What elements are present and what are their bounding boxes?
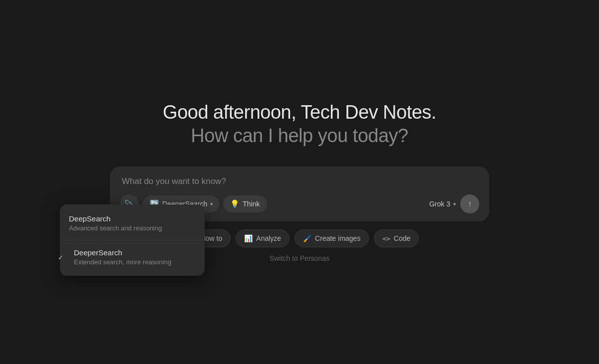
- deeper-search-desc: Extended search, more reasoning: [74, 258, 196, 266]
- greeting-main: Good afternoon, Tech Dev Notes.: [163, 102, 436, 123]
- model-chevron-icon: ▾: [453, 201, 456, 207]
- think-label: Think: [243, 200, 260, 208]
- brush-icon: 🖌️: [303, 234, 311, 242]
- greeting-section: Good afternoon, Tech Dev Notes. How can …: [163, 102, 436, 147]
- deep-search-option[interactable]: DeepSearch Advanced search and reasoning: [60, 208, 205, 238]
- suggestion-code[interactable]: <> Code: [374, 229, 419, 247]
- deep-search-desc: Advanced search and reasoning: [69, 224, 196, 232]
- deep-search-title: DeepSearch: [69, 214, 196, 223]
- search-dropdown: DeepSearch Advanced search and reasoning…: [60, 204, 205, 276]
- think-button[interactable]: 💡 Think: [223, 195, 267, 212]
- suggestion-analyze[interactable]: 📊 Analyze: [236, 229, 290, 247]
- deeper-search-title: DeeperSearch: [74, 248, 196, 257]
- model-label: Grok 3: [429, 200, 450, 208]
- send-button[interactable]: ↑: [460, 194, 479, 213]
- suggestion-create-images-label: Create images: [315, 234, 360, 242]
- chevron-down-icon: ▾: [210, 201, 213, 207]
- code-icon: <>: [382, 235, 390, 242]
- send-icon: ↑: [468, 199, 472, 208]
- suggestion-code-label: Code: [394, 234, 410, 242]
- check-icon: ✓: [58, 253, 63, 261]
- model-selector[interactable]: Grok 3 ▾: [429, 200, 456, 208]
- greeting-sub: How can I help you today?: [163, 125, 436, 147]
- suggestions-row: ⚡ How to 📊 Analyze 🖌️ Create images <> C…: [180, 229, 419, 247]
- suggestion-create-images[interactable]: 🖌️ Create images: [295, 229, 369, 247]
- deeper-search-option[interactable]: ✓ DeeperSearch Extended search, more rea…: [60, 242, 205, 272]
- chart-icon: 📊: [244, 234, 253, 242]
- switch-personas-link[interactable]: Switch to Personas: [270, 254, 329, 262]
- suggestion-analyze-label: Analyze: [256, 234, 281, 242]
- main-input[interactable]: [120, 177, 479, 186]
- dropdown-divider: [60, 240, 205, 240]
- think-icon: 💡: [230, 199, 240, 208]
